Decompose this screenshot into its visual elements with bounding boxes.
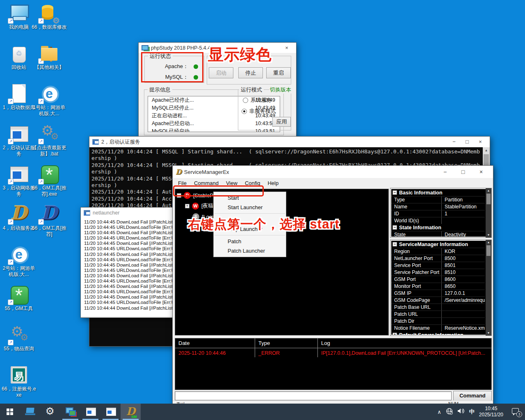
shortcut-arrow-icon: [8, 340, 14, 345]
tree-node-world[interactable]: + W [夜猫]: [185, 201, 215, 210]
desktop-icon-label: 2号站：网游单机版.大...: [1, 265, 37, 278]
scroll-down-icon[interactable]: ▼: [486, 331, 491, 336]
expand-icon[interactable]: +: [185, 204, 189, 208]
grid-row[interactable]: Notice Filename ReserveNotice.xml: [391, 324, 485, 331]
scroll-up-icon[interactable]: ▲: [486, 188, 491, 193]
taskbar-button[interactable]: [80, 404, 100, 420]
collapse-icon[interactable]: −: [177, 193, 181, 198]
desktop-icon-image: [8, 43, 30, 64]
close-icon[interactable]: ×: [280, 43, 293, 53]
taskbar-button[interactable]: [20, 404, 40, 420]
grid-section-header[interactable]: + Default Server Information: [391, 331, 485, 335]
clock[interactable]: 10:45 2025/11/20: [479, 406, 503, 418]
grid-row[interactable]: Name StablePartition: [391, 203, 485, 210]
maximize-icon[interactable]: □: [461, 137, 474, 147]
menu-item[interactable]: File: [174, 179, 190, 187]
desktop-icon[interactable]: 66，GM工具[推荐].exe: [31, 164, 67, 204]
auth-console-title-bar[interactable]: 2，启动认证服务 − □ ×: [89, 137, 490, 147]
grid-section-header[interactable]: − State Information: [391, 224, 485, 231]
apply-button[interactable]: 应用: [272, 117, 291, 127]
network-globe-icon[interactable]: [446, 408, 453, 416]
collapse-icon[interactable]: −: [393, 190, 397, 195]
taskbar-button[interactable]: [100, 404, 121, 420]
grid-row[interactable]: GSM Port 8600: [391, 276, 485, 283]
grid-scrollbar[interactable]: ▲ ▼: [486, 188, 491, 237]
grid-row[interactable]: Service Port 8501: [391, 262, 485, 269]
log-header-date[interactable]: Date: [175, 338, 255, 348]
radio-non-service-mode[interactable]: 非服务模式: [242, 107, 276, 115]
volume-icon[interactable]: [457, 408, 465, 416]
log-header-log[interactable]: Log: [318, 338, 491, 348]
context-menu-item[interactable]: Patch: [214, 237, 286, 246]
desktop-icon[interactable]: 55，GM工具: [1, 285, 37, 325]
scroll-up-icon[interactable]: ▲: [483, 147, 490, 154]
collapse-icon[interactable]: +: [393, 333, 397, 335]
stop-button[interactable]: 停止: [238, 67, 263, 78]
grid-section-header[interactable]: − Basic Information: [391, 189, 485, 196]
grid-row[interactable]: Patch Base URL: [391, 304, 485, 310]
taskbar-button[interactable]: [40, 404, 60, 420]
desktop-icon[interactable]: 66，GM工具[推荐]: [31, 204, 67, 244]
grid-row[interactable]: Region KOR: [391, 248, 485, 255]
taskbar-button[interactable]: [0, 404, 20, 420]
desktop-icon[interactable]: 2号站：网游单机版.大...: [1, 244, 37, 285]
command-input[interactable]: [175, 391, 452, 400]
log-header-type[interactable]: Type: [255, 338, 318, 348]
grid-row[interactable]: Monitor Port 8650: [391, 283, 485, 290]
grid-row[interactable]: Patch URL: [391, 310, 485, 317]
switch-version-link[interactable]: 切换版本: [269, 86, 292, 94]
start-button[interactable]: 启动: [209, 67, 233, 78]
shortcut-arrow-icon: [38, 18, 44, 24]
minimize-icon[interactable]: −: [436, 166, 454, 178]
desktop-icon[interactable]: 66，注册账号.exe: [1, 365, 37, 405]
servicemanager-info-grid: − ServiceManager Information Region KOR …: [391, 241, 491, 335]
grid-row[interactable]: Type Partition: [391, 196, 485, 203]
grid-row[interactable]: GSM IP 127.0.0.1: [391, 290, 485, 297]
menu-item[interactable]: Help: [264, 179, 282, 187]
menu-item[interactable]: Command: [190, 179, 222, 187]
context-menu-item[interactable]: Stop Launcher: [214, 224, 286, 234]
grid-row[interactable]: GSM CodePage /Server/adminrequ...: [391, 297, 485, 304]
desktop-icon[interactable]: 【点击查最新更新】.bat: [31, 124, 67, 164]
radio-system-service[interactable]: 系统服务: [243, 96, 272, 104]
ime-indicator[interactable]: 中: [469, 408, 475, 415]
notification-center-icon[interactable]: 3: [511, 407, 521, 416]
restart-button[interactable]: 重启: [266, 67, 291, 78]
scroll-up-icon[interactable]: ▲: [486, 240, 491, 245]
scroll-down-icon[interactable]: ▼: [486, 233, 491, 237]
close-icon[interactable]: ×: [472, 166, 490, 178]
grid-row[interactable]: Service Patcher Port 8510: [391, 269, 485, 276]
collapse-icon[interactable]: −: [393, 225, 397, 230]
desktop-icon-label: 1号站：网游单机版.大...: [31, 105, 67, 117]
log-error-row[interactable]: 2025-11-20 10:44:46 _ERROR IP[127.0.0.1]…: [175, 348, 491, 357]
smx-title-bar[interactable]: D ServiceManagerEx − □ ×: [173, 166, 493, 178]
desktop-icon[interactable]: 【其他相关】: [31, 43, 67, 84]
desktop-icon[interactable]: 66，数据库修改: [31, 3, 67, 43]
grid-scrollbar[interactable]: ▲ ▼: [486, 240, 491, 336]
grid-row[interactable]: NetLauncher Port 8500: [391, 255, 485, 262]
context-menu-item[interactable]: Start: [214, 193, 286, 203]
context-menu-item[interactable]: Stop: [214, 215, 286, 224]
grid-row[interactable]: World ID(s): [391, 217, 485, 224]
close-icon[interactable]: ×: [474, 137, 487, 147]
context-menu-item[interactable]: Start Launcher: [214, 203, 286, 212]
taskbar-button[interactable]: [60, 404, 80, 420]
grid-row[interactable]: ID 1: [391, 210, 485, 217]
tray-chevron-icon[interactable]: ∧: [437, 409, 441, 415]
menu-item[interactable]: Config: [241, 179, 264, 187]
phpstudy-title-bar[interactable]: phpStudy 2018 PHP-5.4.45 ×: [139, 43, 296, 53]
grid-row[interactable]: State Deactivity: [391, 231, 485, 237]
desktop-icon-image: [8, 124, 30, 144]
grid-section-header[interactable]: − ServiceManager Information: [391, 241, 485, 248]
tree-node-login[interactable]: S [Login: [192, 212, 216, 221]
desktop-icon[interactable]: 55，物品查询: [1, 325, 37, 365]
desktop-icon[interactable]: 1号站：网游单机版.大...: [31, 84, 67, 124]
taskbar-button[interactable]: [121, 404, 141, 420]
collapse-icon[interactable]: −: [393, 242, 397, 247]
command-button[interactable]: Command: [453, 391, 492, 401]
menu-item[interactable]: View: [222, 179, 241, 187]
minimize-icon[interactable]: −: [447, 137, 461, 147]
context-menu-item[interactable]: Patch Launcher: [214, 246, 286, 256]
maximize-icon[interactable]: □: [454, 166, 472, 178]
grid-row[interactable]: Patch Dir: [391, 317, 485, 324]
